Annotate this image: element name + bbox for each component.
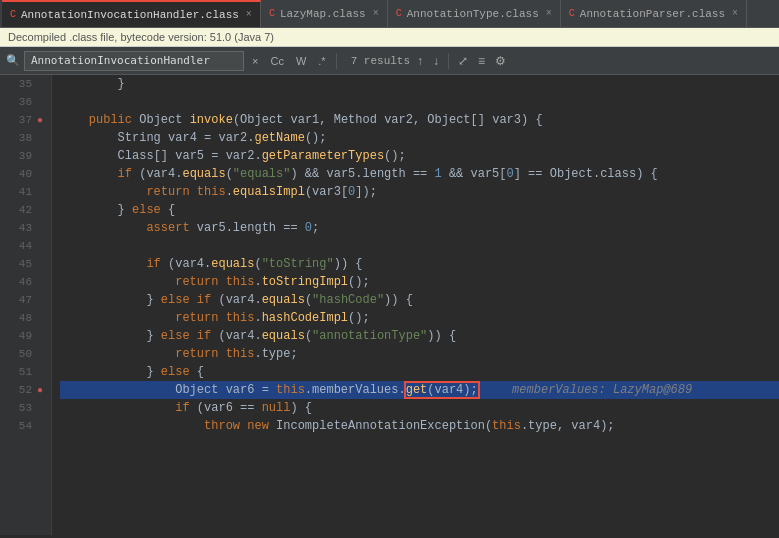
filter-button[interactable]: ≡ (475, 52, 488, 70)
tab-close-3[interactable]: × (546, 8, 552, 19)
line-43: assert var5.length == 0; (60, 219, 779, 237)
line-47: } else if (var4.equals("hashCode")) { (60, 291, 779, 309)
tab-class-icon-1: C (10, 9, 16, 20)
line-48: return this.hashCodeImpl(); (60, 309, 779, 327)
settings-button[interactable]: ⚙ (492, 52, 509, 70)
tab-label-3: AnnotationType.class (407, 8, 539, 20)
tab-close-1[interactable]: × (246, 9, 252, 20)
line-num-41: 41 (10, 186, 32, 198)
line-num-49: 49 (10, 330, 32, 342)
tab-label-2: LazyMap.class (280, 8, 366, 20)
line-38: String var4 = var2.getName(); (60, 129, 779, 147)
line-46: return this.toStringImpl(); (60, 273, 779, 291)
line-49: } else if (var4.equals("annotationType")… (60, 327, 779, 345)
line-53: if (var6 == null) { (60, 399, 779, 417)
line-num-50: 50 (10, 348, 32, 360)
info-bar: Decompiled .class file, bytecode version… (0, 28, 779, 47)
get-call-highlight: get(var4); (406, 383, 478, 397)
gutter-icon-37[interactable]: ● (35, 115, 45, 126)
line-44 (60, 237, 779, 255)
line-45: if (var4.equals("toString")) { (60, 255, 779, 273)
gutter-48: 48 (0, 309, 51, 327)
line-num-48: 48 (10, 312, 32, 324)
gutter-54: 54 (0, 417, 51, 435)
tab-class-icon-4: C (569, 8, 575, 19)
line-number-gutter: 35 36 37● 38 39 40 41 42 43 44 45 46 47 … (0, 75, 52, 535)
line-40: if (var4.equals("equals") && var5.length… (60, 165, 779, 183)
gutter-51: 51 (0, 363, 51, 381)
gutter-41: 41 (0, 183, 51, 201)
editor-container: C AnnotationInvocationHandler.class × C … (0, 0, 779, 535)
search-bar: 🔍 × Cc W .* 7 results ↑ ↓ ⤢ ≡ ⚙ (0, 47, 779, 75)
gutter-50: 50 (0, 345, 51, 363)
gutter-49: 49 (0, 327, 51, 345)
gutter-40: 40 (0, 165, 51, 183)
tab-annotation-invocation-handler[interactable]: C AnnotationInvocationHandler.class × (2, 0, 261, 27)
tab-annotation-parser[interactable]: C AnnotationParser.class × (561, 0, 747, 27)
line-num-39: 39 (10, 150, 32, 162)
line-num-53: 53 (10, 402, 32, 414)
line-num-38: 38 (10, 132, 32, 144)
whole-word-button[interactable]: W (292, 53, 310, 69)
tab-label-4: AnnotationParser.class (580, 8, 725, 20)
gutter-52: 52● (0, 381, 51, 399)
tab-close-2[interactable]: × (373, 8, 379, 19)
inline-debug-value: memberValues: LazyMap@689 (498, 383, 692, 397)
line-num-42: 42 (10, 204, 32, 216)
tab-annotation-type[interactable]: C AnnotationType.class × (388, 0, 561, 27)
line-41: return this.equalsImpl(var3[0]); (60, 183, 779, 201)
search-input[interactable] (24, 51, 244, 71)
line-num-35: 35 (10, 78, 32, 90)
tab-class-icon-3: C (396, 8, 402, 19)
gutter-39: 39 (0, 147, 51, 165)
line-54: throw new IncompleteAnnotationException(… (60, 417, 779, 435)
tab-bar: C AnnotationInvocationHandler.class × C … (0, 0, 779, 28)
gutter-42: 42 (0, 201, 51, 219)
gutter-38: 38 (0, 129, 51, 147)
code-area: 35 36 37● 38 39 40 41 42 43 44 45 46 47 … (0, 75, 779, 535)
search-icon: 🔍 (6, 54, 20, 67)
gutter-36: 36 (0, 93, 51, 111)
gutter-53: 53 (0, 399, 51, 417)
line-50: return this.type; (60, 345, 779, 363)
line-35: } (60, 75, 779, 93)
line-num-37: 37 (10, 114, 32, 126)
gutter-46: 46 (0, 273, 51, 291)
line-37: public Object invoke(Object var1, Method… (60, 111, 779, 129)
next-result-button[interactable]: ↓ (430, 52, 442, 70)
line-num-43: 43 (10, 222, 32, 234)
tab-close-4[interactable]: × (732, 8, 738, 19)
line-42: } else { (60, 201, 779, 219)
line-num-46: 46 (10, 276, 32, 288)
gutter-45: 45 (0, 255, 51, 273)
line-num-51: 51 (10, 366, 32, 378)
tab-class-icon-2: C (269, 8, 275, 19)
gutter-35: 35 (0, 75, 51, 93)
match-case-button[interactable]: Cc (266, 53, 287, 69)
tab-lazy-map[interactable]: C LazyMap.class × (261, 0, 388, 27)
gutter-47: 47 (0, 291, 51, 309)
search-divider-2 (448, 53, 449, 69)
info-text: Decompiled .class file, bytecode version… (8, 31, 274, 43)
search-divider (336, 53, 337, 69)
gutter-43: 43 (0, 219, 51, 237)
line-39: Class[] var5 = var2.getParameterTypes(); (60, 147, 779, 165)
line-num-45: 45 (10, 258, 32, 270)
line-num-52: 52 (10, 384, 32, 396)
code-35: } (60, 77, 125, 91)
line-num-47: 47 (10, 294, 32, 306)
line-num-44: 44 (10, 240, 32, 252)
line-36 (60, 93, 779, 111)
line-num-40: 40 (10, 168, 32, 180)
prev-result-button[interactable]: ↑ (414, 52, 426, 70)
clear-search-button[interactable]: × (248, 53, 262, 69)
line-52: Object var6 = this.memberValues.get(var4… (60, 381, 779, 399)
line-51: } else { (60, 363, 779, 381)
regex-button[interactable]: .* (314, 53, 329, 69)
gutter-icon-52[interactable]: ● (35, 385, 45, 396)
gutter-37: 37● (0, 111, 51, 129)
search-results: 7 results (351, 55, 410, 67)
open-in-find-button[interactable]: ⤢ (455, 52, 471, 70)
line-num-36: 36 (10, 96, 32, 108)
line-num-54: 54 (10, 420, 32, 432)
